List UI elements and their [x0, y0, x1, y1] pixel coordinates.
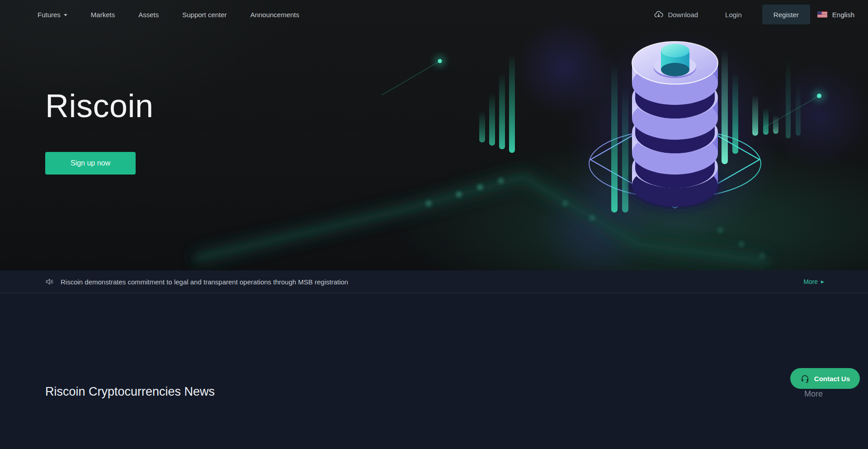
play-arrow-icon: ▶ — [821, 280, 824, 284]
speaker-icon — [45, 277, 54, 286]
nav-item-futures[interactable]: Futures — [38, 11, 67, 19]
caret-down-icon — [64, 14, 67, 16]
us-flag-icon — [817, 11, 827, 18]
announcement-more-link[interactable]: More ▶ — [803, 278, 824, 285]
nav-item-announcements[interactable]: Announcements — [250, 11, 299, 19]
contact-us-button[interactable]: Contact Us — [790, 368, 860, 389]
download-link[interactable]: Download — [654, 9, 698, 19]
hero-illustration-database — [0, 0, 868, 270]
login-link[interactable]: Login — [725, 11, 742, 19]
nav-item-assets[interactable]: Assets — [138, 11, 159, 19]
top-navbar: Futures Markets Assets Support center An… — [0, 0, 868, 29]
news-header-row: Riscoin Cryptocurrencies News More — [0, 293, 868, 399]
page: Futures Markets Assets Support center An… — [0, 0, 868, 449]
hero-section: Futures Markets Assets Support center An… — [0, 0, 868, 270]
headset-icon — [800, 374, 810, 383]
sign-up-button[interactable]: Sign up now — [45, 152, 136, 175]
more-label: More — [803, 278, 818, 285]
nav-item-label: Futures — [38, 11, 61, 19]
nav-actions: Download Login Register English — [654, 5, 854, 24]
register-button[interactable]: Register — [762, 5, 810, 24]
nav-item-label: Announcements — [250, 11, 299, 19]
language-selector[interactable]: English — [817, 11, 854, 19]
nav-item-markets[interactable]: Markets — [91, 11, 115, 19]
nav-item-label: Assets — [138, 11, 159, 19]
database-stack — [629, 42, 721, 209]
nav-links: Futures Markets Assets Support center An… — [38, 11, 299, 19]
contact-us-label: Contact Us — [814, 375, 850, 383]
language-label: English — [832, 11, 854, 19]
download-label: Download — [668, 11, 698, 19]
cloud-download-icon — [654, 9, 664, 19]
news-section-title: Riscoin Cryptocurrencies News — [45, 385, 215, 399]
announcement-bar: Riscoin demonstrates commitment to legal… — [0, 270, 868, 293]
news-section: Riscoin Cryptocurrencies News More — [0, 293, 868, 449]
announcement-text: Riscoin demonstrates commitment to legal… — [61, 278, 348, 286]
nav-item-label: Support center — [182, 11, 226, 19]
news-more-link[interactable]: More — [804, 389, 823, 399]
nav-item-label: Markets — [91, 11, 115, 19]
hero-title: Riscoin — [45, 90, 154, 122]
nav-item-support-center[interactable]: Support center — [182, 11, 226, 19]
